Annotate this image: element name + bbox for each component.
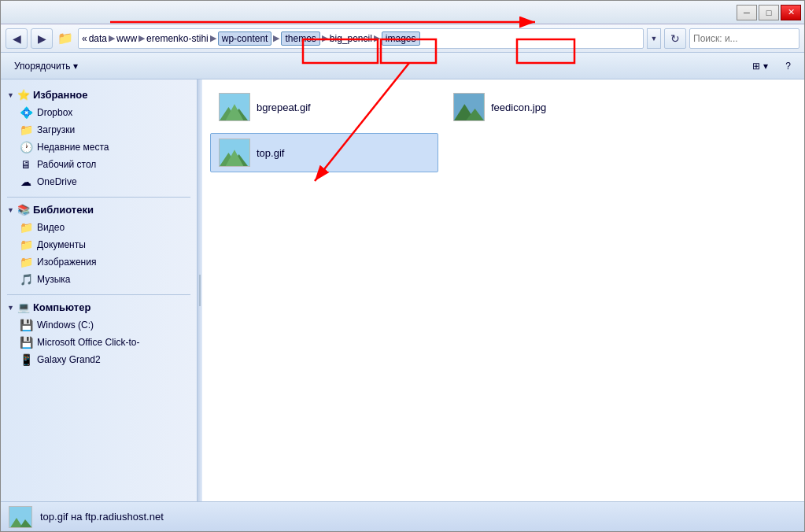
libraries-header[interactable]: ▼ 📚 Библиотеки (1, 201, 197, 219)
file-thumb-bgrepeat (219, 93, 250, 121)
breadcrumb-wpcontent-label: wp-content (222, 33, 268, 44)
favorites-star-icon: ⭐ (17, 89, 30, 101)
sidebar-item-music[interactable]: 🎵 Музыка (1, 271, 197, 288)
sidebar-item-dropbox[interactable]: 💠 Dropbox (1, 104, 197, 121)
minimize-button[interactable]: ─ (737, 5, 757, 20)
breadcrumb-separator: ▶ (210, 33, 216, 43)
breadcrumb-eremenko-label: eremenko-stihi (146, 33, 209, 44)
sidebar-item-music-label: Музыка (37, 274, 70, 285)
desktop-icon: 🖥 (20, 158, 32, 171)
breadcrumb: « data ▶ www ▶ eremenko-stihi ▶ wp-conte… (78, 28, 644, 49)
view-dropdown-icon: ▾ (763, 61, 768, 72)
forward-button[interactable]: ▶ (31, 28, 53, 49)
computer-label: Компьютер (33, 301, 90, 313)
downloads-icon: 📁 (20, 124, 32, 136)
breadcrumb-data[interactable]: « data (82, 33, 107, 44)
sidebar-resizer[interactable] (198, 79, 202, 501)
favorites-expand-icon: ▼ (7, 91, 14, 99)
libraries-expand-icon: ▼ (7, 206, 14, 214)
computer-header[interactable]: ▼ 💻 Компьютер (1, 298, 197, 316)
sidebar: ▼ ⭐ Избранное 💠 Dropbox 📁 Загрузки 🕐 (1, 79, 198, 501)
breadcrumb-eremenko[interactable]: eremenko-stihi (146, 33, 209, 44)
toolbar: Упорядочить ▾ ⊞ ▾ ? (1, 53, 804, 79)
video-icon: 📁 (20, 221, 32, 234)
breadcrumb-www[interactable]: www (116, 33, 137, 44)
file-name-topgif: top.gif (257, 147, 284, 159)
status-text: top.gif на ftp.radiushost.net (40, 511, 164, 523)
breadcrumb-bigpencil[interactable]: big_pencil (330, 33, 372, 44)
window-controls: ─ □ ✕ (737, 5, 801, 20)
breadcrumb-separator: ▶ (273, 33, 279, 43)
file-item-feedicon[interactable]: feedicon.jpg (445, 87, 673, 127)
sidebar-item-downloads-label: Загрузки (37, 124, 75, 135)
sidebar-item-video[interactable]: 📁 Видео (1, 219, 197, 236)
help-button[interactable]: ? (778, 56, 798, 76)
sidebar-item-images[interactable]: 📁 Изображения (1, 253, 197, 271)
msoffice-icon: 💾 (20, 336, 32, 349)
file-thumb-topgif (219, 139, 250, 167)
favorites-header[interactable]: ▼ ⭐ Избранное (1, 86, 197, 104)
sidebar-item-downloads[interactable]: 📁 Загрузки (1, 121, 197, 139)
sidebar-item-desktop[interactable]: 🖥 Рабочий стол (1, 156, 197, 173)
file-area: bgrepeat.gif feedicon.jpg (202, 79, 804, 501)
file-thumb-feedicon (453, 93, 485, 121)
breadcrumb-wpcontent[interactable]: wp-content (218, 31, 272, 46)
organize-button[interactable]: Упорядочить ▾ (7, 56, 85, 76)
sidebar-item-docs[interactable]: 📁 Документы (1, 236, 197, 253)
sidebar-item-video-label: Видео (37, 222, 65, 233)
file-item-topgif[interactable]: top.gif (210, 133, 438, 172)
breadcrumb-label: « (82, 33, 87, 44)
breadcrumb-images[interactable]: images (382, 31, 420, 46)
sidebar-item-onedrive[interactable]: ☁ OneDrive (1, 173, 197, 190)
windows-drive-icon: 💾 (20, 319, 32, 331)
sidebar-item-dropbox-label: Dropbox (37, 107, 72, 118)
address-bar: ◀ ▶ 📁 « data ▶ www ▶ eremenko-stihi ▶ (1, 24, 804, 53)
refresh-button[interactable]: ↻ (664, 28, 686, 49)
breadcrumb-separator: ▶ (322, 33, 328, 43)
status-bar: top.gif на ftp.radiushost.net (1, 501, 804, 531)
sidebar-item-galaxy[interactable]: 📱 Galaxy Grand2 (1, 351, 197, 368)
view-button[interactable]: ⊞ ▾ (745, 56, 775, 76)
back-button[interactable]: ◀ (6, 28, 28, 49)
libraries-section: ▼ 📚 Библиотеки 📁 Видео 📁 Документы 📁 (1, 201, 197, 288)
sidebar-divider-2 (7, 294, 190, 295)
computer-expand-icon: ▼ (7, 304, 14, 312)
close-button[interactable]: ✕ (781, 5, 801, 20)
file-item-bgrepeat[interactable]: bgrepeat.gif (210, 87, 438, 127)
favorites-section: ▼ ⭐ Избранное 💠 Dropbox 📁 Загрузки 🕐 (1, 86, 197, 190)
galaxy-icon: 📱 (20, 353, 32, 366)
onedrive-icon: ☁ (20, 175, 32, 188)
breadcrumb-bigpencil-label: big_pencil (330, 33, 372, 44)
breadcrumb-themes[interactable]: themes (281, 31, 319, 46)
sidebar-item-msoffice-label: Microsoft Office Click-to- (37, 337, 139, 348)
file-name-bgrepeat: bgrepeat.gif (257, 102, 311, 113)
file-name-feedicon: feedicon.jpg (491, 102, 546, 113)
libraries-folder-icon: 📚 (17, 204, 30, 216)
breadcrumb-images-label: images (386, 33, 416, 44)
sidebar-item-galaxy-label: Galaxy Grand2 (37, 354, 101, 365)
music-icon: 🎵 (20, 273, 32, 286)
computer-section: ▼ 💻 Компьютер 💾 Windows (C:) 💾 Microsoft… (1, 298, 197, 368)
favorites-label: Избранное (33, 89, 88, 101)
search-box[interactable]: 🔍 (689, 28, 799, 49)
images-folder-icon: 📁 (20, 256, 32, 268)
sidebar-divider (7, 197, 190, 198)
sidebar-item-images-label: Изображения (37, 257, 96, 268)
sidebar-item-windows[interactable]: 💾 Windows (C:) (1, 316, 197, 334)
sidebar-item-onedrive-label: OneDrive (37, 176, 77, 187)
dropbox-icon: 💠 (20, 106, 32, 119)
breadcrumb-separator: ▶ (374, 33, 380, 43)
docs-icon: 📁 (20, 238, 32, 251)
sidebar-item-recent[interactable]: 🕐 Недавние места (1, 139, 197, 156)
toolbar-right: ⊞ ▾ ? (745, 56, 798, 76)
sidebar-item-msoffice[interactable]: 💾 Microsoft Office Click-to- (1, 334, 197, 351)
breadcrumb-separator: ▶ (109, 33, 115, 43)
maximize-button[interactable]: □ (759, 5, 779, 20)
address-dropdown[interactable]: ▼ (647, 28, 661, 49)
title-bar: ─ □ ✕ (1, 1, 804, 24)
search-input[interactable] (693, 33, 805, 44)
toolbar-left: Упорядочить ▾ (7, 56, 85, 76)
sidebar-item-recent-label: Недавние места (37, 142, 109, 153)
sidebar-item-desktop-label: Рабочий стол (37, 159, 96, 170)
computer-icon: 💻 (17, 301, 30, 313)
